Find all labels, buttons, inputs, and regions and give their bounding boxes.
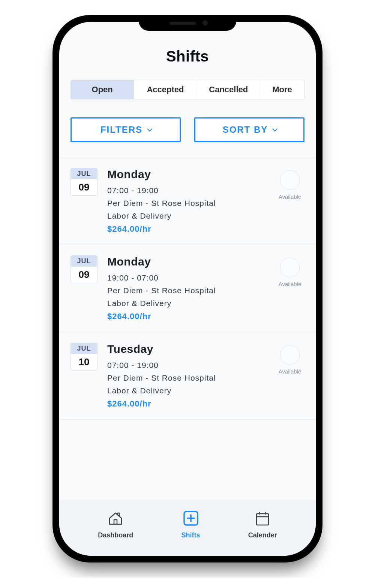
availability-toggle[interactable] — [280, 258, 300, 277]
shift-facility: Per Diem - St Rose Hospital — [107, 286, 263, 295]
plus-icon — [181, 508, 201, 528]
shift-body: Monday 19:00 - 07:00 Per Diem - St Rose … — [107, 255, 263, 321]
shift-time: 07:00 - 19:00 — [107, 361, 263, 370]
availability-column: Available — [273, 255, 307, 287]
shift-time: 07:00 - 19:00 — [107, 186, 263, 195]
shift-card[interactable]: JUL 09 Monday 07:00 - 19:00 Per Diem - S… — [59, 158, 316, 245]
phone-frame: Shifts Open Accepted Cancelled More FILT… — [52, 15, 322, 562]
date-month: JUL — [71, 256, 97, 267]
shift-body: Monday 07:00 - 19:00 Per Diem - St Rose … — [107, 168, 263, 234]
availability-label: Available — [273, 368, 307, 375]
date-badge: JUL 10 — [70, 343, 98, 370]
date-day: 09 — [71, 179, 97, 195]
date-month: JUL — [71, 343, 97, 354]
shift-time: 19:00 - 07:00 — [107, 273, 263, 282]
svg-rect-4 — [256, 514, 268, 525]
shift-rate: $264.00/hr — [107, 399, 263, 409]
chevron-down-icon — [147, 126, 152, 132]
date-month: JUL — [71, 168, 97, 179]
sort-label: SORT BY — [223, 124, 268, 135]
shift-list[interactable]: JUL 09 Monday 07:00 - 19:00 Per Diem - S… — [59, 157, 316, 500]
shift-status-tabs: Open Accepted Cancelled More — [70, 80, 304, 99]
chevron-down-icon — [272, 126, 278, 132]
nav-shifts[interactable]: Shifts — [181, 508, 201, 539]
bottom-nav: Dashboard Shifts — [59, 500, 316, 556]
nav-calendar[interactable]: Calender — [248, 508, 277, 539]
shift-unit: Labor & Delivery — [107, 386, 263, 395]
date-badge: JUL 09 — [70, 255, 98, 283]
availability-label: Available — [273, 281, 307, 287]
sort-by-button[interactable]: SORT BY — [194, 117, 304, 142]
shift-day-of-week: Monday — [107, 168, 263, 181]
nav-label: Dashboard — [98, 531, 133, 539]
filters-label: FILTERS — [100, 124, 142, 135]
date-day: 09 — [71, 267, 97, 283]
shift-facility: Per Diem - St Rose Hospital — [107, 374, 263, 382]
svg-rect-0 — [114, 520, 117, 524]
availability-toggle[interactable] — [280, 170, 300, 190]
shift-unit: Labor & Delivery — [107, 299, 263, 308]
shift-rate: $264.00/hr — [107, 224, 263, 234]
availability-label: Available — [273, 194, 307, 200]
tab-accepted[interactable]: Accepted — [134, 80, 197, 99]
filters-button[interactable]: FILTERS — [70, 117, 181, 142]
device-notch — [139, 15, 236, 31]
calendar-icon — [252, 508, 273, 528]
tab-more[interactable]: More — [260, 80, 304, 99]
home-icon — [105, 508, 126, 528]
shift-day-of-week: Monday — [107, 255, 263, 268]
tab-open[interactable]: Open — [71, 80, 134, 99]
date-badge: JUL 09 — [70, 168, 98, 196]
filter-row: FILTERS SORT BY — [70, 117, 304, 142]
nav-dashboard[interactable]: Dashboard — [98, 508, 133, 539]
shift-unit: Labor & Delivery — [107, 212, 263, 220]
tab-cancelled[interactable]: Cancelled — [197, 80, 260, 99]
nav-label: Shifts — [181, 531, 200, 539]
app-screen: Shifts Open Accepted Cancelled More FILT… — [59, 22, 316, 556]
shift-body: Tuesday 07:00 - 19:00 Per Diem - St Rose… — [107, 343, 263, 409]
shift-card[interactable]: JUL 09 Monday 19:00 - 07:00 Per Diem - S… — [59, 245, 316, 332]
nav-label: Calender — [248, 531, 277, 539]
availability-column: Available — [273, 168, 307, 200]
availability-toggle[interactable] — [280, 345, 300, 364]
shift-day-of-week: Tuesday — [107, 343, 263, 356]
shift-rate: $264.00/hr — [107, 312, 263, 321]
shift-card[interactable]: JUL 10 Tuesday 07:00 - 19:00 Per Diem - … — [59, 332, 316, 420]
page-title: Shifts — [59, 48, 316, 65]
date-day: 10 — [71, 354, 97, 370]
shift-facility: Per Diem - St Rose Hospital — [107, 199, 263, 208]
availability-column: Available — [273, 343, 307, 375]
